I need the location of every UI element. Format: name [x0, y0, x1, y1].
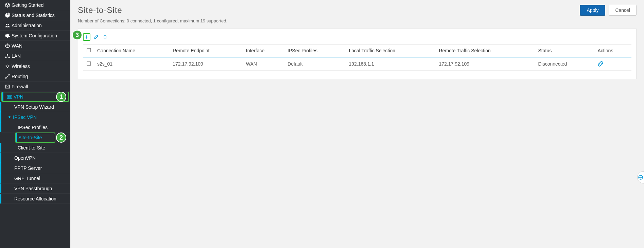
- sidebar-item-ipsec-vpn[interactable]: ▼ IPSec VPN: [0, 112, 70, 122]
- sidebar-item-status[interactable]: Status and Statistics: [0, 10, 70, 20]
- sidebar-item-site-to-site[interactable]: Site-to-Site: [15, 132, 55, 143]
- cell-interface: WAN: [243, 57, 285, 71]
- svg-point-1: [8, 24, 9, 25]
- svg-rect-5: [5, 57, 6, 58]
- connections-card: 3 Connection Name Remote Endpoint: [78, 28, 637, 79]
- add-button[interactable]: [83, 33, 90, 41]
- firewall-icon: [3, 84, 12, 89]
- sidebar-item-pptp[interactable]: PPTP Server: [0, 163, 70, 173]
- sidebar-item-label: PPTP Server: [14, 165, 42, 171]
- pie-chart-icon: [3, 13, 12, 18]
- sidebar-item-label: WAN: [12, 43, 22, 49]
- sidebar-item-label: OpenVPN: [14, 155, 36, 161]
- col-local-traffic[interactable]: Local Traffic Selection: [346, 45, 436, 57]
- cube-icon: [3, 2, 12, 8]
- gear-icon: [3, 33, 12, 38]
- sidebar-item-sysconfig[interactable]: System Configuration: [0, 31, 70, 41]
- svg-rect-4: [7, 54, 8, 55]
- sidebar-item-firewall[interactable]: Firewall: [0, 82, 70, 92]
- step-badge-3: 3: [72, 30, 82, 40]
- cell-connection-name: s2s_01: [94, 57, 170, 71]
- delete-button[interactable]: [102, 34, 108, 40]
- sidebar-item-label: System Configuration: [12, 33, 57, 38]
- sidebar-item-resource-allocation[interactable]: Resource Allocation: [0, 194, 70, 204]
- svg-rect-6: [8, 57, 10, 58]
- svg-point-8: [5, 77, 6, 78]
- edit-button[interactable]: [93, 34, 99, 40]
- sidebar-item-lan[interactable]: LAN: [0, 51, 70, 61]
- sidebar-item-label: Firewall: [12, 84, 28, 89]
- sidebar-item-label: VPN: [14, 94, 23, 100]
- sidebar-item-vpn-wizard[interactable]: VPN Setup Wizard: [0, 102, 70, 112]
- sidebar-item-wireless[interactable]: Wireless: [0, 61, 70, 71]
- step-badge-2: 2: [56, 132, 66, 143]
- routing-icon: [3, 74, 12, 79]
- col-remote-endpoint[interactable]: Remote Endpoint: [170, 45, 243, 57]
- wifi-icon: [3, 64, 12, 69]
- sidebar: Getting Started Status and Statistics Ad…: [0, 0, 70, 248]
- network-icon: [3, 53, 12, 59]
- sidebar-item-label: IPSec VPN: [13, 114, 37, 120]
- cell-remote-endpoint: 172.17.92.109: [170, 57, 243, 71]
- sidebar-item-label: Client-to-Site: [18, 145, 45, 150]
- page-title: Site-to-Site: [78, 5, 576, 15]
- select-all-checkbox[interactable]: [87, 48, 91, 52]
- cell-status: Disconnected: [536, 57, 595, 71]
- cancel-button[interactable]: Cancel: [609, 5, 637, 16]
- sidebar-item-label: GRE Tunnel: [14, 176, 40, 181]
- svg-rect-12: [8, 96, 11, 98]
- col-ipsec-profiles[interactable]: IPSec Profiles: [285, 45, 346, 57]
- sidebar-item-client-to-site[interactable]: Client-to-Site: [0, 143, 70, 153]
- col-status[interactable]: Status: [536, 45, 595, 57]
- svg-point-9: [8, 74, 10, 75]
- sidebar-item-label: Site-to-Site: [18, 135, 42, 140]
- cell-ipsec-profile: Default: [285, 57, 346, 71]
- table-toolbar: [83, 33, 631, 44]
- sidebar-item-label: Getting Started: [12, 2, 43, 8]
- sidebar-item-routing[interactable]: Routing: [0, 71, 70, 82]
- sidebar-item-label: IPSec Profiles: [18, 125, 48, 130]
- caret-down-icon: ▼: [6, 115, 13, 119]
- sidebar-item-label: VPN Passthrough: [14, 186, 52, 191]
- svg-point-0: [6, 24, 7, 25]
- sidebar-item-label: Administration: [12, 23, 42, 28]
- sidebar-item-ipsec-profiles[interactable]: IPSec Profiles: [0, 122, 70, 132]
- sidebar-item-gre[interactable]: GRE Tunnel: [0, 173, 70, 183]
- col-interface[interactable]: Interface: [243, 45, 285, 57]
- help-bubble[interactable]: [637, 171, 644, 183]
- users-icon: [3, 23, 12, 28]
- col-select: [83, 45, 94, 57]
- connection-summary: Number of Connections: 0 connected, 1 co…: [70, 18, 644, 28]
- step-badge-1: 1: [56, 92, 66, 102]
- row-checkbox[interactable]: [87, 61, 91, 66]
- col-connection-name[interactable]: Connection Name: [94, 45, 170, 57]
- connections-table: Connection Name Remote Endpoint Interfac…: [83, 44, 631, 71]
- sidebar-item-label: Wireless: [12, 64, 30, 69]
- connect-icon[interactable]: [597, 61, 629, 67]
- table-row[interactable]: s2s_01 172.17.92.109 WAN Default 192.168…: [83, 57, 631, 71]
- vpn-icon: [5, 94, 14, 100]
- sidebar-item-openvpn[interactable]: OpenVPN: [0, 153, 70, 163]
- main-content: Site-to-Site Apply Cancel Number of Conn…: [70, 0, 644, 248]
- sidebar-item-admin[interactable]: Administration: [0, 20, 70, 31]
- sidebar-item-passthrough[interactable]: VPN Passthrough: [0, 183, 70, 194]
- cell-remote-traffic: 172.17.92.109: [436, 57, 535, 71]
- sidebar-item-label: Routing: [12, 74, 28, 79]
- page-header: Site-to-Site Apply Cancel: [70, 0, 644, 18]
- sidebar-item-label: LAN: [12, 53, 21, 59]
- col-actions: Actions: [595, 45, 631, 57]
- cell-local-traffic: 192.168.1.1: [346, 57, 436, 71]
- apply-button[interactable]: Apply: [580, 5, 605, 16]
- sidebar-item-label: VPN Setup Wizard: [14, 104, 54, 110]
- sidebar-item-label: Status and Statistics: [12, 13, 55, 18]
- globe-icon: [3, 43, 12, 49]
- sidebar-item-getting-started[interactable]: Getting Started: [0, 0, 70, 10]
- sidebar-item-label: Resource Allocation: [14, 196, 56, 201]
- col-remote-traffic[interactable]: Remote Traffic Selection: [436, 45, 535, 57]
- sidebar-item-wan[interactable]: WAN: [0, 41, 70, 51]
- svg-point-7: [7, 67, 8, 68]
